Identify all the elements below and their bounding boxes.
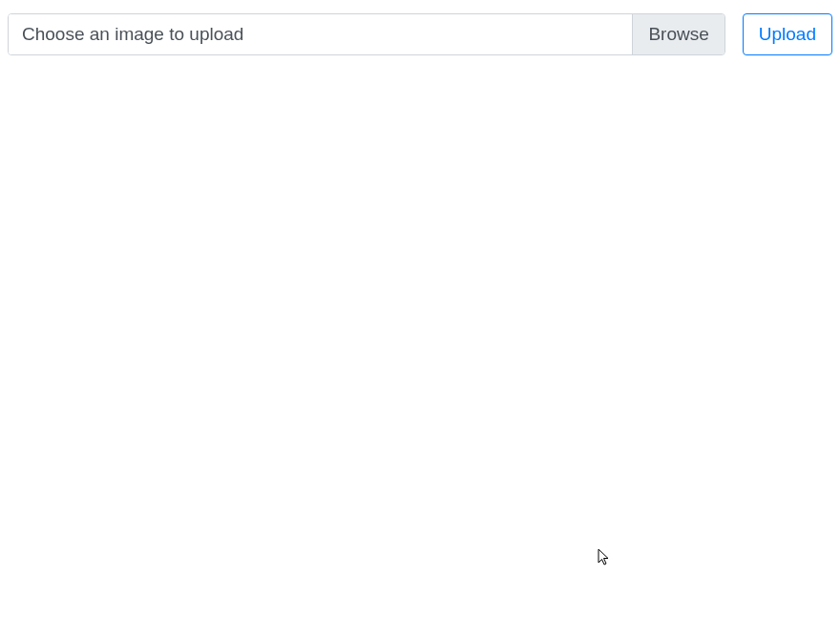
file-input-placeholder[interactable]: Choose an image to upload <box>9 14 632 54</box>
upload-form-row: Choose an image to upload Browse Upload <box>0 0 840 55</box>
cursor-icon <box>598 548 611 567</box>
upload-button[interactable]: Upload <box>743 13 832 55</box>
browse-button[interactable]: Browse <box>632 14 724 54</box>
file-input-group[interactable]: Choose an image to upload Browse <box>8 13 725 55</box>
